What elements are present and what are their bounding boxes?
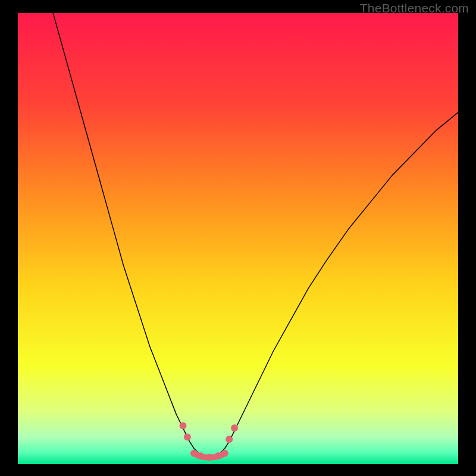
dot-floor-4: [215, 452, 222, 459]
chart-frame: TheBottleneck.com: [0, 0, 476, 476]
dot-right-lower: [226, 436, 233, 443]
gradient-background: [18, 13, 458, 464]
dot-left-upper: [180, 422, 187, 430]
bottleneck-chart: [18, 13, 458, 464]
watermark-text: TheBottleneck.com: [360, 1, 469, 15]
dot-floor-1: [190, 450, 198, 457]
dot-right-upper: [231, 424, 238, 431]
dot-floor-2: [197, 452, 204, 459]
dot-left-lower: [184, 434, 191, 441]
dot-floor-3: [206, 454, 213, 461]
dot-floor-5: [221, 450, 228, 457]
